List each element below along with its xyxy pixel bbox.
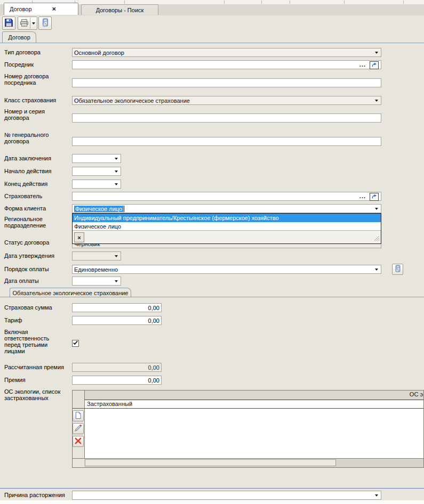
regional-division-label: Региональное подразделение (4, 216, 68, 229)
termination-reason-select[interactable] (72, 491, 381, 500)
scrollbar-corner-cell (73, 458, 85, 467)
conclusion-date-label: Дата заключения (4, 155, 68, 161)
text-caret (124, 206, 124, 212)
window-tab-contract[interactable]: Договор × (4, 3, 78, 15)
chevron-down-icon[interactable] (113, 277, 120, 285)
chevron-down-icon[interactable] (373, 265, 380, 273)
print-split-button[interactable] (18, 17, 37, 30)
contract-number-input[interactable] (72, 113, 381, 123)
tab-contract[interactable]: Договор (2, 31, 36, 43)
bottom-strip (0, 500, 424, 504)
chevron-down-icon[interactable] (373, 48, 380, 56)
tab-contract-label: Договор (8, 34, 30, 40)
insurance-class-select[interactable]: Обязательное экологическое страхование (72, 96, 381, 105)
insured-sum-label: Страховая сумма (4, 304, 68, 311)
payment-order-label: Порядок оплаты (4, 266, 68, 272)
tab-eco-insurance-label: Обязательное экологическое страхование (13, 290, 129, 296)
window-tab-search-label: Договоры - Поиск (96, 7, 144, 13)
new-record-icon (74, 411, 82, 421)
edit-row-button[interactable] (73, 423, 84, 434)
calculate-premium-button[interactable] (392, 264, 403, 275)
policyholder-field[interactable]: ... (72, 192, 381, 201)
third-party-liability-checkbox[interactable] (72, 340, 79, 347)
general-number-input[interactable] (72, 137, 381, 146)
insurance-class-label: Класс страхования (4, 97, 68, 103)
horizontal-scrollbar[interactable] (84, 458, 423, 467)
approval-date-picker[interactable] (72, 251, 121, 261)
start-date-label: Начало действия (4, 168, 68, 174)
calculated-premium-label: Рассчитанная премия (4, 364, 68, 370)
table-column-header-insured[interactable]: Застрахованный (85, 400, 423, 409)
insured-sum-input[interactable] (72, 303, 162, 312)
scrollbar-thumb[interactable] (85, 459, 336, 466)
premium-label: Премия (4, 377, 68, 383)
contract-type-select[interactable]: Основной договор (72, 48, 381, 57)
intermediary-label: Посредник (4, 61, 68, 68)
client-form-select[interactable]: Физическое лицо (72, 204, 381, 213)
bottom-divider (0, 488, 424, 489)
dropdown-item-individual[interactable]: Физическое лицо (73, 222, 381, 231)
arrow-jump-icon (371, 62, 377, 69)
contract-type-label: Тип договора (4, 49, 68, 55)
row-selector-header (73, 391, 85, 409)
chevron-down-icon[interactable] (113, 167, 120, 175)
edit-pencil-icon (74, 424, 82, 434)
payment-order-select[interactable]: Единовременно (72, 265, 381, 274)
tariff-label: Тариф (4, 317, 68, 323)
general-number-label: № генерального договора (4, 132, 68, 144)
start-date-picker[interactable] (72, 167, 121, 176)
chevron-down-icon[interactable] (373, 205, 380, 213)
payment-date-label: Дата оплаты (4, 278, 68, 284)
chevron-down-icon[interactable] (373, 491, 380, 499)
window-tab-bar: Договор × Договоры - Поиск (0, 4, 424, 16)
tariff-input[interactable] (72, 316, 162, 325)
intermediary-field[interactable]: ... (72, 60, 381, 69)
window-tab-contract-label: Договор (10, 6, 32, 12)
policyholder-label: Страхователь (4, 193, 68, 199)
dropdown-footer: × (73, 230, 381, 243)
window-tab-contracts-search[interactable]: Договоры - Поиск (81, 4, 158, 15)
tab-eco-insurance[interactable]: Обязательное экологическое страхование (10, 288, 131, 297)
print-dropdown-arrow-icon[interactable] (30, 22, 37, 25)
client-form-value: Физическое лицо (74, 206, 123, 212)
premium-input[interactable] (72, 376, 162, 385)
floppy-disk-icon (4, 18, 13, 29)
section-tab-underline (0, 297, 424, 297)
application-window: Договор × Договоры - Поиск Договор (0, 0, 424, 504)
arrow-jump-icon (371, 193, 377, 200)
delete-x-icon (74, 437, 82, 446)
calculator-button[interactable] (38, 17, 52, 30)
third-party-liability-label: Включая ответственность перед третьими л… (4, 329, 58, 354)
conclusion-date-picker[interactable] (72, 154, 121, 163)
status-label: Статус договора (4, 239, 68, 246)
toolbar (0, 15, 424, 31)
save-button[interactable] (2, 17, 15, 30)
chevron-down-icon[interactable] (113, 252, 120, 260)
termination-reason-label: Причина расторжения (4, 492, 68, 498)
end-date-label: Конец действия (4, 181, 68, 187)
contract-type-value: Основной договор (74, 50, 124, 56)
payment-date-picker[interactable] (72, 277, 121, 286)
open-record-button[interactable] (370, 193, 379, 201)
chevron-down-icon[interactable] (113, 155, 120, 162)
tab-underline (0, 43, 424, 43)
open-record-button[interactable] (370, 61, 379, 69)
clear-selection-button[interactable]: × (74, 232, 84, 242)
calculator-icon (394, 265, 402, 274)
chevron-down-icon[interactable] (113, 180, 120, 188)
payment-order-value: Единовременно (74, 266, 118, 273)
client-form-dropdown-list: Индивидуальный предприниматель/Крестьянс… (72, 213, 381, 244)
table-group-header[interactable]: ОС э (85, 391, 423, 401)
close-tab-icon[interactable]: × (52, 6, 57, 12)
intermediary-number-label: Номер договора посредника (4, 73, 68, 86)
browse-dots-button[interactable]: ... (359, 193, 366, 199)
end-date-picker[interactable] (72, 180, 121, 189)
resize-grip-icon[interactable] (374, 235, 380, 242)
dropdown-item-entrepreneur[interactable]: Индивидуальный предприниматель/Крестьянс… (73, 214, 381, 222)
add-row-button[interactable] (73, 410, 84, 421)
delete-row-button[interactable] (73, 436, 84, 447)
browse-dots-button[interactable]: ... (359, 61, 366, 68)
chevron-down-icon[interactable] (373, 96, 380, 104)
contract-number-label: Номер и серия договора (4, 108, 68, 121)
intermediary-number-input[interactable] (72, 78, 381, 87)
